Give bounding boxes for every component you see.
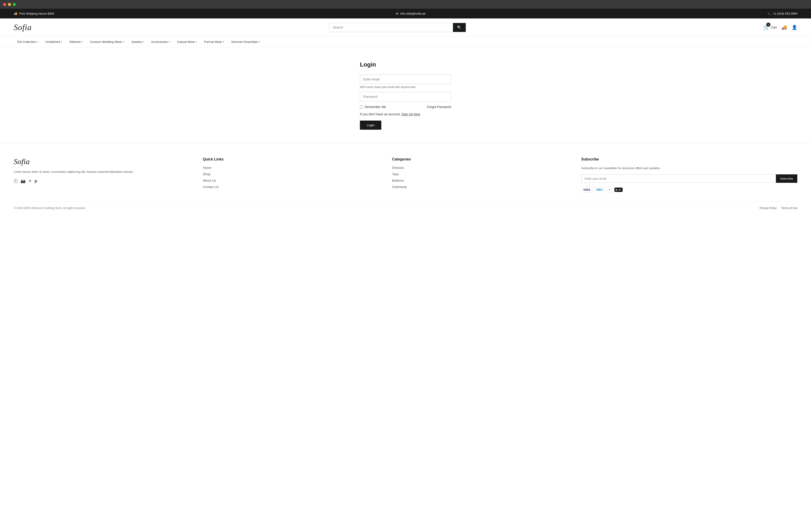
nav-link-accessories[interactable]: Accessories ▾ (147, 36, 173, 47)
nav-link-unstitched[interactable]: Unstitched ▾ (42, 36, 66, 47)
phone-icon: 📞 (767, 12, 771, 15)
quick-link-home[interactable]: Home (203, 166, 211, 170)
list-item: Home (203, 166, 383, 170)
login-section: Login We'll never share your email with … (0, 47, 811, 143)
category-outerwear[interactable]: Outerwear (392, 185, 407, 189)
footer-subscribe-col: Subscribe Subscribe to our newsletter fo… (581, 157, 797, 193)
chevron-down-icon: ▾ (196, 41, 197, 43)
copyright-text: © 2024 SOFIA Women's Clothing Store. All… (14, 206, 86, 210)
quick-links-list: Home Shop About Us Contact Us (203, 166, 383, 189)
chevron-down-icon: ▾ (142, 41, 144, 43)
email-icon: ✉ (396, 12, 398, 15)
shipping-info: 🚚 Free Shipping Above $300 (14, 12, 54, 15)
mac-close-btn[interactable] (3, 3, 6, 6)
footer: Sofia Lorem ipsum dolor sit amet, consec… (0, 144, 811, 217)
category-tops[interactable]: Tops (392, 172, 399, 176)
footer-top: Sofia Lorem ipsum dolor sit amet, consec… (14, 157, 797, 193)
nav-label: Casual Wear (177, 40, 195, 44)
truck-icon[interactable]: 🚚 (781, 25, 787, 30)
forgot-password-link[interactable]: Forgot Password (427, 105, 451, 109)
nav-item-summer[interactable]: Summer Essentials ▾ (228, 36, 263, 47)
chevron-down-icon: ▾ (169, 41, 170, 43)
remember-me-label[interactable]: Remember Me (360, 105, 386, 109)
footer-bottom: © 2024 SOFIA Women's Clothing Store. All… (14, 202, 797, 210)
signup-prefix-text: If you don't have an account, (360, 112, 401, 116)
amex-payment-icon: AMEX (594, 187, 605, 192)
nav-label: Jewelry (132, 40, 142, 44)
subscribe-title: Subscribe (581, 157, 797, 161)
twitter-x-icon[interactable]: ✕ (28, 178, 32, 184)
login-button[interactable]: Login (360, 121, 381, 130)
remember-me-text: Remember Me (365, 105, 386, 109)
mac-minimize-btn[interactable] (8, 3, 11, 6)
remember-row: Remember Me Forgot Password (360, 105, 451, 109)
nav-link-stitched[interactable]: Stitched ▾ (66, 36, 86, 47)
nav-link-casual[interactable]: Casual Wear ▾ (173, 36, 200, 47)
mac-maximize-btn[interactable] (13, 3, 16, 6)
list-item: Outerwear (392, 185, 572, 189)
social-icons: ⓕ 📷 ✕ 𝗽 (14, 178, 194, 184)
email-hint: We'll never share your email with anyone… (360, 85, 451, 89)
list-item: Tops (392, 172, 572, 176)
list-item: Contact Us (203, 185, 383, 189)
signup-link[interactable]: Sign Up here (401, 112, 420, 116)
quick-link-shop[interactable]: Shop (203, 172, 211, 176)
header-actions: 5 🛒 Cart 🚚 👤 (763, 25, 797, 30)
nav-link-summer[interactable]: Summer Essentials ▾ (228, 36, 263, 47)
nav-link-jewelry[interactable]: Jewelry ▾ (128, 36, 148, 47)
signup-suffix: . (420, 112, 421, 116)
email-field[interactable] (360, 75, 451, 84)
nav-item-stitched[interactable]: Stitched ▾ (66, 36, 86, 47)
nav-item-unstitched[interactable]: Unstitched ▾ (42, 36, 66, 47)
categories-list: Dresses Tops Bottoms Outerwear (392, 166, 572, 189)
nav-item-jewelry[interactable]: Jewelry ▾ (128, 36, 148, 47)
facebook-icon[interactable]: ⓕ (14, 178, 18, 184)
logo: Sofia (14, 22, 32, 32)
footer-categories-col: Categories Dresses Tops Bottoms Outerwea… (392, 157, 572, 193)
category-bottoms[interactable]: Bottoms (392, 179, 404, 182)
chevron-down-icon: ▾ (61, 41, 62, 43)
nav-item-formal[interactable]: Formal Wear ▾ (200, 36, 228, 47)
chevron-down-icon: ▾ (259, 41, 260, 43)
quick-link-contact[interactable]: Contact Us (203, 185, 219, 189)
quick-link-about[interactable]: About Us (203, 179, 216, 182)
privacy-policy-link[interactable]: Privacy Policy (760, 206, 777, 210)
footer-description: Lorem ipsum dolor sit amet, consectetur … (14, 170, 194, 174)
remember-me-checkbox[interactable] (360, 105, 363, 109)
list-item: Bottoms (392, 179, 572, 182)
pinterest-icon[interactable]: 𝗽 (34, 178, 37, 184)
header: Sofia 🔍 5 🛒 Cart 🚚 👤 (0, 18, 811, 36)
email-form-group: We'll never share your email with anyone… (360, 75, 451, 89)
nav-item-eid-collection[interactable]: Eid Collection ▾ (14, 36, 42, 47)
cart-button[interactable]: 5 🛒 Cart (763, 25, 777, 30)
subscribe-email-input[interactable] (581, 174, 776, 183)
terms-of-use-link[interactable]: Terms of Use (781, 206, 797, 210)
login-box: Login We'll never share your email with … (360, 61, 451, 130)
phone-text: +1 (424) 433-3993 (773, 12, 797, 15)
instagram-icon[interactable]: 📷 (20, 178, 26, 184)
nav-link-formal[interactable]: Formal Wear ▾ (200, 36, 228, 47)
etc-payment-icon: ▶ etc (614, 188, 623, 192)
search-button[interactable]: 🔍 (453, 23, 466, 32)
chevron-down-icon: ▾ (37, 41, 38, 43)
search-bar: 🔍 (329, 23, 466, 32)
footer-legal-links: Privacy Policy Terms of Use (760, 206, 797, 210)
search-input[interactable] (329, 23, 453, 32)
nav-link-eid-collection[interactable]: Eid Collection ▾ (14, 36, 42, 47)
chevron-down-icon: ▾ (81, 41, 82, 43)
password-field[interactable] (360, 92, 451, 101)
visa-payment-icon: VISA (581, 187, 592, 193)
nav-item-accessories[interactable]: Accessories ▾ (147, 36, 173, 47)
list-item: Shop (203, 172, 383, 176)
category-dresses[interactable]: Dresses (392, 166, 404, 170)
subscribe-button[interactable]: Subscribe (776, 174, 797, 183)
nav-item-couture[interactable]: Couture Wedding Wear ▾ (86, 36, 128, 47)
nav-link-couture[interactable]: Couture Wedding Wear ▾ (86, 36, 128, 47)
user-icon[interactable]: 👤 (792, 25, 797, 30)
footer-logo: Sofia (14, 157, 194, 166)
nav-item-casual[interactable]: Casual Wear ▾ (173, 36, 200, 47)
mac-titlebar (0, 0, 811, 9)
chevron-down-icon: ▾ (223, 41, 224, 43)
signup-row: If you don't have an account, Sign Up he… (360, 112, 451, 116)
list-item: About Us (203, 179, 383, 182)
